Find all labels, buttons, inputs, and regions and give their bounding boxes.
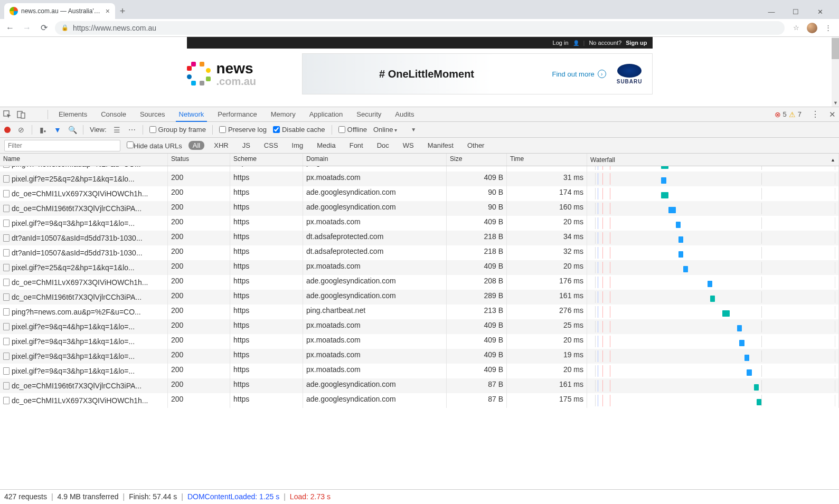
request-waterfall <box>587 349 839 364</box>
devtools-close-icon[interactable]: ✕ <box>829 110 836 119</box>
filter-type-img[interactable]: Img <box>288 141 308 150</box>
request-time: 32 ms <box>507 245 587 260</box>
filter-type-xhr[interactable]: XHR <box>210 141 232 150</box>
filter-type-ws[interactable]: WS <box>399 141 418 150</box>
throttling-select[interactable]: Online <box>373 126 397 134</box>
network-row[interactable]: ping?h=news.com.au&p=%2F&u=CO...200https… <box>0 305 839 319</box>
network-row[interactable]: pixel.gif?e=9&q=3&hp=1&kq=1&lo=...200htt… <box>0 349 839 364</box>
request-name: dc_oe=ChMI1LvX697X3QIViHOWCh1h... <box>12 396 148 405</box>
panel-tab-sources[interactable]: Sources <box>137 107 168 122</box>
network-row[interactable]: pixel.gif?e=25&q=2&hp=1&kq=1&lo...200htt… <box>0 172 839 186</box>
request-status: 200 <box>168 275 230 290</box>
network-row[interactable]: dc_oe=ChMI196t6t7X3QlVjlrCCh3iPA...200ht… <box>0 378 839 393</box>
network-row[interactable]: pixel.gif?e=9&q=3&hp=1&kq=1&lo=...200htt… <box>0 216 839 231</box>
filter-type-other[interactable]: Other <box>463 141 489 150</box>
network-row[interactable]: pixel.gif?e=9&q=3&hp=1&kq=1&lo=...200htt… <box>0 334 839 349</box>
clear-log-icon[interactable]: ⊘ <box>17 126 25 134</box>
document-icon <box>3 205 10 212</box>
panel-tab-audits[interactable]: Audits <box>392 107 417 122</box>
overview-icon[interactable]: ⋯ <box>128 126 136 134</box>
panel-tab-console[interactable]: Console <box>98 107 129 122</box>
error-count-icon[interactable]: ⊗ <box>775 110 781 119</box>
network-row[interactable]: dc_oe=ChMI196t6t7X3QlVjlrCCh3iPA...200ht… <box>0 290 839 305</box>
network-row[interactable]: pixel.gif?e=25&q=2&hp=1&kq=1&lo...200htt… <box>0 260 839 275</box>
network-row[interactable]: ping?h=news.com.au&p=%2F&u=CO...200https… <box>0 166 839 172</box>
network-row[interactable]: dt?anId=10507&asId=d5dd731b-1030...200ht… <box>0 245 839 260</box>
panel-tab-performance[interactable]: Performance <box>214 107 260 122</box>
new-tab-button[interactable]: + <box>115 3 130 19</box>
login-link[interactable]: Log in <box>553 40 569 46</box>
request-waterfall <box>587 216 839 231</box>
filter-input[interactable] <box>4 140 120 151</box>
request-time: 20 ms <box>507 364 587 378</box>
page-scrollbar[interactable]: ▼ <box>832 37 839 107</box>
dropdown-caret-icon[interactable]: ▼ <box>411 127 416 132</box>
status-finish: Finish: 57.44 s <box>129 492 177 501</box>
network-row[interactable]: dt?anId=10507&asId=d5dd731b-1030...200ht… <box>0 231 839 245</box>
request-time: 161 ms <box>507 290 587 305</box>
network-table-header[interactable]: Name Status Scheme Domain Size Time Wate… <box>0 154 839 166</box>
sort-asc-icon[interactable]: ▲ <box>831 157 835 163</box>
network-row[interactable]: dc_oe=ChMI1LvX697X3QIViHOWCh1h...200http… <box>0 393 839 408</box>
request-scheme: https <box>230 378 303 393</box>
filter-toggle-icon[interactable]: ▼ <box>53 126 62 134</box>
preserve-log-checkbox[interactable]: Preserve log <box>219 126 267 134</box>
request-status: 200 <box>168 364 230 378</box>
network-row[interactable]: pixel.gif?e=9&q=3&hp=1&kq=1&lo=...200htt… <box>0 364 839 378</box>
profile-avatar-icon[interactable] <box>807 23 817 33</box>
capture-screenshots-icon[interactable]: ▮● <box>39 126 47 134</box>
filter-type-css[interactable]: CSS <box>260 141 282 150</box>
browser-menu-icon[interactable]: ⋮ <box>825 24 832 32</box>
network-row[interactable]: dc_oe=ChMI1LvX697X3QIViHOWCh1h...200http… <box>0 186 839 201</box>
record-button[interactable] <box>4 127 11 133</box>
search-icon[interactable]: 🔍 <box>68 126 77 134</box>
request-time: 175 ms <box>507 393 587 408</box>
signup-link[interactable]: Sign up <box>626 40 647 46</box>
browser-tab[interactable]: news.com.au — Australia's #1 ne × <box>4 3 115 19</box>
filter-type-media[interactable]: Media <box>313 141 340 150</box>
filter-type-all[interactable]: All <box>188 141 204 150</box>
nav-back-button[interactable]: ← <box>4 23 16 33</box>
panel-tab-security[interactable]: Security <box>353 107 384 122</box>
large-rows-icon[interactable]: ☰ <box>113 126 121 134</box>
group-by-frame-checkbox[interactable]: Group by frame <box>149 126 206 134</box>
request-name: pixel.gif?e=9&q=3&hp=1&kq=1&lo=... <box>12 337 135 346</box>
window-minimize-button[interactable]: — <box>764 8 779 16</box>
network-table-body[interactable]: ping?h=news.com.au&p=%2F&u=CO...200https… <box>0 166 839 489</box>
filter-type-js[interactable]: JS <box>238 141 254 150</box>
request-size: 213 B <box>447 305 507 319</box>
request-time: 34 ms <box>507 231 587 245</box>
request-waterfall <box>587 245 839 260</box>
filter-type-font[interactable]: Font <box>345 141 367 150</box>
site-logo[interactable]: news .com.au <box>187 61 293 87</box>
warning-count-icon[interactable]: ⚠ <box>789 110 796 119</box>
bookmark-star-icon[interactable]: ☆ <box>793 24 799 32</box>
url-field[interactable]: 🔒 https://www.news.com.au <box>55 21 785 35</box>
tab-close-icon[interactable]: × <box>106 7 110 15</box>
device-toolbar-icon[interactable] <box>17 110 25 119</box>
network-status-bar: 427 requests| 4.9 MB transferred| Finish… <box>0 489 839 503</box>
network-row[interactable]: dc_oe=ChMI196t6t7X3QlVjlrCCh3iPA...200ht… <box>0 201 839 216</box>
panel-tab-memory[interactable]: Memory <box>268 107 299 122</box>
panel-tab-application[interactable]: Application <box>306 107 346 122</box>
nav-reload-button[interactable]: ⟳ <box>38 23 50 33</box>
devtools-panel: ElementsConsoleSourcesNetworkPerformance… <box>0 107 839 503</box>
devtools-menu-icon[interactable]: ⋮ <box>811 109 819 119</box>
nav-forward-button[interactable]: → <box>21 23 33 33</box>
inspect-element-icon[interactable] <box>3 110 12 119</box>
window-close-button[interactable]: ✕ <box>813 8 827 16</box>
ad-banner[interactable]: # OneLittleMoment Find out more › SUBARU <box>302 53 653 94</box>
window-maximize-button[interactable]: ☐ <box>788 8 803 16</box>
hide-data-urls-checkbox[interactable]: Hide data URLs <box>127 141 182 150</box>
network-row[interactable]: dc_oe=ChMI1LvX697X3QIViHOWCh1h...200http… <box>0 275 839 290</box>
disable-cache-checkbox[interactable]: Disable cache <box>273 126 325 134</box>
panel-tab-elements[interactable]: Elements <box>55 107 90 122</box>
filter-type-doc[interactable]: Doc <box>373 141 393 150</box>
warning-count: 7 <box>798 110 802 118</box>
panel-tab-network[interactable]: Network <box>176 107 208 122</box>
network-row[interactable]: pixel.gif?e=9&q=4&hp=1&kq=1&lo=...200htt… <box>0 319 839 334</box>
offline-checkbox[interactable]: Offline <box>338 126 367 134</box>
request-domain: dt.adsafeprotected.com <box>303 245 447 260</box>
request-size: 218 B <box>447 231 507 245</box>
filter-type-manifest[interactable]: Manifest <box>423 141 458 150</box>
